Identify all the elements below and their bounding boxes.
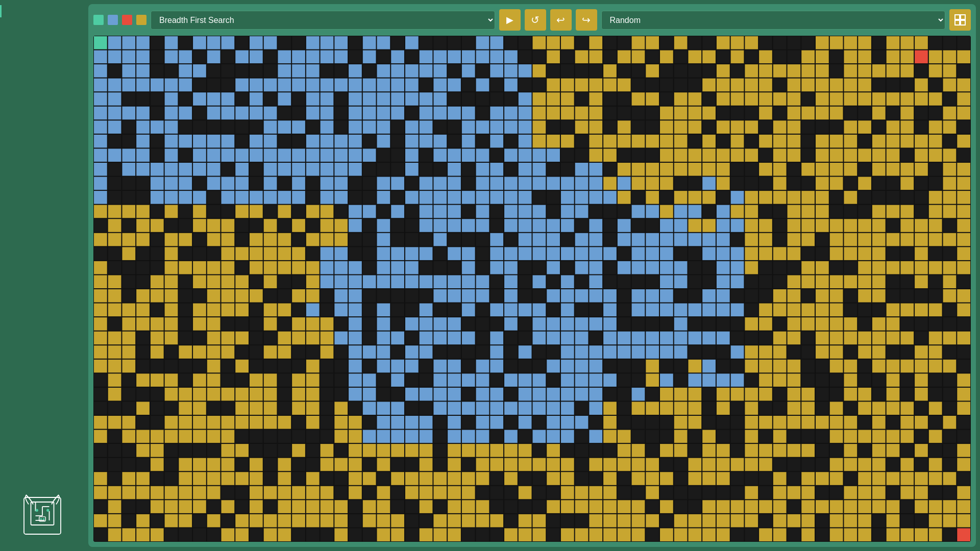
legend-wall: [122, 15, 132, 25]
grid-canvas[interactable]: [93, 36, 971, 542]
sidebar: [0, 0, 84, 551]
algorithm-select[interactable]: Breadth First Search Depth First Search …: [151, 11, 495, 30]
undo-button[interactable]: ↩: [550, 9, 572, 31]
sidebar-title: [0, 5, 84, 17]
play-button[interactable]: ▶: [499, 9, 521, 31]
svg-point-8: [35, 509, 38, 512]
grid-button[interactable]: [949, 9, 971, 31]
sidebar-logo: [19, 493, 65, 541]
grid-container[interactable]: [93, 36, 971, 542]
svg-rect-15: [955, 20, 960, 25]
main-panel: Breadth First Search Depth First Search …: [88, 4, 976, 547]
legend-start: [93, 15, 104, 25]
maze-select[interactable]: Random Recursive Division Horizontal Ske…: [601, 11, 946, 30]
svg-point-9: [46, 509, 49, 512]
svg-rect-16: [961, 20, 965, 25]
svg-point-12: [42, 518, 44, 520]
sidebar-about-link[interactable]: [0, 19, 84, 30]
toolbar: Breadth First Search Depth First Search …: [93, 9, 971, 31]
legend-open: [136, 15, 146, 25]
svg-rect-13: [955, 15, 960, 19]
legend-visited: [108, 15, 118, 25]
svg-rect-14: [961, 15, 965, 19]
svg-point-11: [40, 518, 42, 520]
redo-button[interactable]: ↪: [576, 9, 597, 31]
reset-button[interactable]: ↺: [525, 9, 546, 31]
